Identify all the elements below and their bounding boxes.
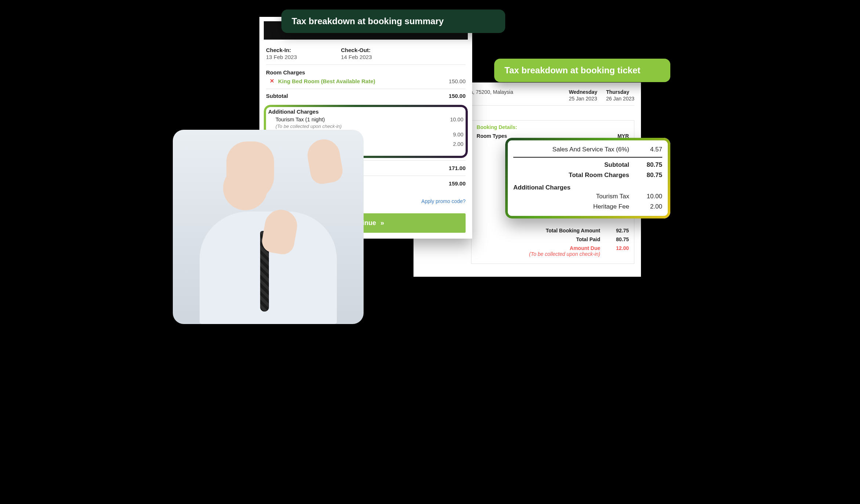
- booking-dates: Check-In: 13 Feb 2023 Check-Out: 14 Feb …: [266, 44, 466, 65]
- pill-summary-text: Tax breakdown at booking summary: [292, 16, 444, 26]
- room-types-label: Room Types: [477, 133, 507, 139]
- ticket-total-booking-value: 92.75: [607, 228, 629, 233]
- subtotal-value: 150.00: [449, 93, 466, 99]
- booking-details-title: Booking Details:: [477, 124, 629, 130]
- charge-value: 10.00: [450, 117, 463, 122]
- pill-ticket-text: Tax breakdown at booking ticket: [504, 65, 640, 75]
- pill-summary-heading: Tax breakdown at booking summary: [281, 10, 505, 33]
- room-price: 150.00: [449, 78, 466, 84]
- ticket-amount-due-value: 12.00: [607, 245, 629, 251]
- tourism-label: Tourism Tax: [596, 193, 639, 200]
- room-charges-label: Room Charges: [266, 69, 466, 76]
- additional-charges-label: Additional Charges: [268, 108, 463, 115]
- apply-promo-link[interactable]: Apply promo code?: [421, 198, 466, 204]
- ticket-room-charges-label: Total Room Charges: [569, 172, 639, 179]
- stage: Tax breakdown at booking summary Tax bre…: [153, 0, 707, 325]
- heritage-label: Heritage Fee: [593, 203, 639, 210]
- subtotal-label: Subtotal: [266, 93, 288, 99]
- remove-room-icon[interactable]: ✕: [270, 78, 274, 84]
- check-out-date: 14 Feb 2023: [341, 54, 372, 60]
- sst-value: 4.57: [639, 146, 662, 153]
- ticket-subtotal-value: 80.75: [639, 161, 662, 169]
- ticket-day-in-label: Wednesday: [569, 89, 597, 95]
- ticket-amount-due-label: Amount Due: [570, 245, 600, 251]
- tourism-value: 10.00: [639, 193, 662, 200]
- amount-paid-value: 159.00: [449, 180, 466, 187]
- ticket-day-in-date: 25 Jan 2023: [569, 96, 597, 102]
- check-out-label: Check-Out:: [341, 47, 372, 53]
- ticket-day-out-date: 26 Jan 2023: [606, 96, 634, 102]
- total-booking-value: 171.00: [449, 165, 466, 171]
- charge-hint: (To be collected upon check-in): [276, 124, 463, 129]
- room-name-link[interactable]: King Bed Room (Best Available Rate): [278, 78, 375, 84]
- ticket-total-paid-label: Total Paid: [576, 236, 607, 242]
- ticket-total-booking-label: Total Booking Amount: [546, 228, 607, 233]
- check-in-label: Check-In:: [266, 47, 297, 53]
- charge-row: Tourism Tax (1 night) 10.00: [268, 115, 463, 124]
- ticket-tax-highlight: Sales And Service Tax (6%) 4.57 Subtotal…: [505, 138, 670, 218]
- person-image: [173, 130, 364, 324]
- pill-ticket-heading: Tax breakdown at booking ticket: [494, 59, 670, 82]
- ticket-amount-due-hint: (To be collected upon check-in): [529, 251, 600, 257]
- ticket-total-paid-value: 80.75: [607, 236, 629, 242]
- chevron-right-icon: »: [380, 219, 384, 227]
- heritage-value: 2.00: [639, 203, 662, 210]
- ticket-subtotal-label: Subtotal: [604, 161, 639, 169]
- ticket-day-out-label: Thursday: [606, 89, 634, 95]
- sst-label: Sales And Service Tax (6%): [553, 146, 639, 153]
- charge-value: 9.00: [453, 132, 463, 137]
- charge-name: Tourism Tax (1 night): [268, 117, 325, 122]
- ticket-room-charges-value: 80.75: [639, 172, 662, 179]
- check-in-date: 13 Feb 2023: [266, 54, 297, 60]
- ticket-additional-charges-label: Additional Charges: [513, 184, 662, 191]
- charge-value: 2.00: [453, 141, 463, 147]
- room-charge-row: ✕ King Bed Room (Best Available Rate) 15…: [266, 76, 466, 89]
